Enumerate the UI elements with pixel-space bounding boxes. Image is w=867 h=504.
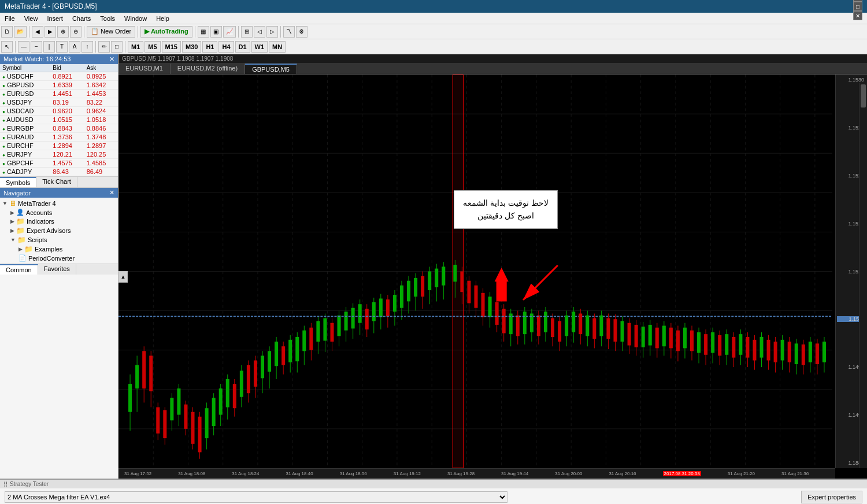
pencil-button[interactable]: ✏ [98, 41, 110, 53]
market-watch-row[interactable]: ● USDCHF 0.8921 0.8925 [0, 72, 118, 81]
market-watch-row[interactable]: ● USDJPY 83.19 83.22 [0, 98, 118, 107]
nav-indicators[interactable]: ▶ 📁 Indicators [0, 217, 118, 226]
menu-help[interactable]: Help [151, 13, 174, 24]
close-button[interactable]: ✕ [853, 11, 862, 20]
market-watch-row[interactable]: ● GBPCHF 1.4575 1.4585 [0, 159, 118, 168]
market-watch-row[interactable]: ● EURUSD 1.4451 1.4453 [0, 90, 118, 98]
expert-properties-button[interactable]: Expert properties [801, 491, 862, 503]
market-watch-row[interactable]: ● CADJPY 86.43 86.49 [0, 168, 118, 176]
chart-scrollbar[interactable] [859, 83, 867, 468]
tab-favorites[interactable]: Favorites [38, 264, 76, 275]
open-button[interactable]: 📂 [14, 26, 27, 38]
svg-rect-133 [488, 297, 492, 317]
side-tab[interactable]: ▲ [118, 271, 128, 283]
svg-rect-74 [281, 346, 285, 365]
navigator-close[interactable]: ✕ [109, 189, 114, 197]
nav-expert-advisors[interactable]: ▶ 📁 Expert Advisors [0, 226, 118, 235]
market-watch-row[interactable]: ● EURJPY 120.21 120.25 [0, 150, 118, 159]
svg-rect-88 [330, 323, 334, 342]
nav-metatrader4[interactable]: ▼ 🖥 MetaTrader 4 [0, 199, 118, 208]
tab-gbpusd-m5[interactable]: GBPUSD,M5 [245, 64, 297, 74]
svg-rect-202 [725, 334, 728, 355]
menu-charts[interactable]: Charts [68, 13, 95, 24]
scroll-right-button[interactable]: ▷ [266, 26, 278, 38]
scroll-left-button[interactable]: ◁ [254, 26, 265, 38]
nav-examples[interactable]: ▶ 📁 Examples [0, 244, 118, 254]
expert-dropdown[interactable]: 2 MA Crosses Mega filter EA V1.ex4 [5, 491, 507, 503]
svg-rect-113 [414, 278, 417, 297]
period-h4[interactable]: H4 [218, 41, 234, 53]
zoom-in-button[interactable]: ⊕ [57, 26, 69, 38]
indicator-button[interactable]: 〽 [283, 26, 295, 38]
market-watch-row[interactable]: ● GBPUSD 1.6339 1.6342 [0, 81, 118, 90]
period-m15[interactable]: M15 [162, 41, 181, 53]
maximize-button[interactable]: □ [853, 2, 862, 11]
main-area: Market Watch: 16:24:53 ✕ Symbol Bid Ask … [0, 54, 867, 479]
vline-button[interactable]: | [43, 41, 55, 53]
nav-accounts[interactable]: ▶ 👤 Accounts [0, 208, 118, 217]
period-m1[interactable]: M1 [128, 41, 143, 53]
mw-bid: 1.6339 [50, 81, 84, 90]
nav-scripts[interactable]: ▼ 📁 Scripts [0, 235, 118, 244]
label-button[interactable]: A [69, 41, 80, 53]
period-w1[interactable]: W1 [251, 41, 268, 53]
market-watch-row[interactable]: ● EURCHF 1.2894 1.2897 [0, 142, 118, 150]
svg-rect-111 [407, 281, 410, 302]
chart-bar-button[interactable]: ▦ [198, 26, 209, 38]
tab-common[interactable]: Common [0, 264, 38, 275]
market-watch-row[interactable]: ● USDCAD 0.9620 0.9624 [0, 107, 118, 116]
menu-tools[interactable]: Tools [95, 13, 120, 24]
market-watch-row[interactable]: ● AUDUSD 1.0515 1.0518 [0, 116, 118, 124]
market-watch-close[interactable]: ✕ [109, 55, 114, 63]
mw-ask: 0.9624 [84, 107, 118, 116]
svg-rect-180 [649, 325, 652, 346]
tab-eurusd-m2[interactable]: EURUSD,M2 (offline) [171, 64, 245, 74]
titlebar-controls: − □ ✕ [853, 0, 862, 20]
mw-bid: 83.19 [50, 98, 84, 107]
menu-view[interactable]: View [20, 13, 43, 24]
col-ask: Ask [84, 64, 118, 72]
text-button[interactable]: T [56, 41, 68, 53]
menu-insert[interactable]: Insert [42, 13, 68, 24]
chart-canvas[interactable]: 1.1530 1.1525 1.1520 1.1515 1.1510 1.150… [118, 75, 867, 479]
svg-rect-44 [177, 388, 180, 414]
svg-rect-129 [474, 286, 477, 308]
tab-tick-chart[interactable]: Tick Chart [36, 177, 77, 187]
examples-expand: ▶ [18, 246, 23, 252]
svg-rect-97 [358, 304, 362, 323]
market-watch: Market Watch: 16:24:53 ✕ Symbol Bid Ask … [0, 54, 118, 188]
autotrading-button[interactable]: ▶ AutoTrading [140, 26, 192, 38]
zoom-out-button[interactable]: ⊖ [70, 26, 81, 38]
period-m30[interactable]: M30 [182, 41, 201, 53]
tab-symbols[interactable]: Symbols [0, 177, 36, 187]
zoom-fit-button[interactable]: ⊞ [241, 26, 253, 38]
chart-candle-button[interactable]: ▣ [210, 26, 222, 38]
redo-button[interactable]: ▶ [45, 26, 56, 38]
period-m5[interactable]: M5 [144, 41, 160, 53]
cursor-button[interactable]: ↖ [1, 41, 13, 53]
market-watch-row[interactable]: ● EURGBP 0.8843 0.8846 [0, 124, 118, 133]
svg-rect-90 [338, 316, 341, 336]
chart-line-button[interactable]: 📈 [223, 26, 236, 38]
template-button[interactable]: ⚙ [296, 26, 307, 38]
tab-eurusd-m1[interactable]: EURUSD,M1 [118, 64, 171, 74]
scrollbar-thumb[interactable] [861, 84, 866, 108]
new-order-button[interactable]: 📋 New Order [87, 26, 135, 38]
period-h1[interactable]: H1 [202, 41, 217, 53]
nav-period-converter[interactable]: 📄 PeriodConverter [0, 254, 118, 262]
period-d1[interactable]: D1 [235, 41, 250, 53]
menu-window[interactable]: Window [120, 13, 151, 24]
mw-symbol: ● EURJPY [0, 150, 50, 159]
mw-symbol: ● GBPUSD [0, 81, 50, 90]
hline-button[interactable]: − [31, 41, 42, 53]
menu-file[interactable]: File [0, 13, 20, 24]
mw-bid: 0.8843 [50, 124, 84, 133]
line-button[interactable]: — [18, 41, 29, 53]
new-button[interactable]: 🗋 [1, 26, 13, 38]
sep2 [84, 26, 84, 38]
arrow-button[interactable]: ↑ [81, 41, 93, 53]
period-mn[interactable]: MN [269, 41, 286, 53]
market-watch-row[interactable]: ● EURAUD 1.3736 1.3748 [0, 133, 118, 142]
rect-button[interactable]: □ [111, 41, 123, 53]
undo-button[interactable]: ◀ [32, 26, 43, 38]
